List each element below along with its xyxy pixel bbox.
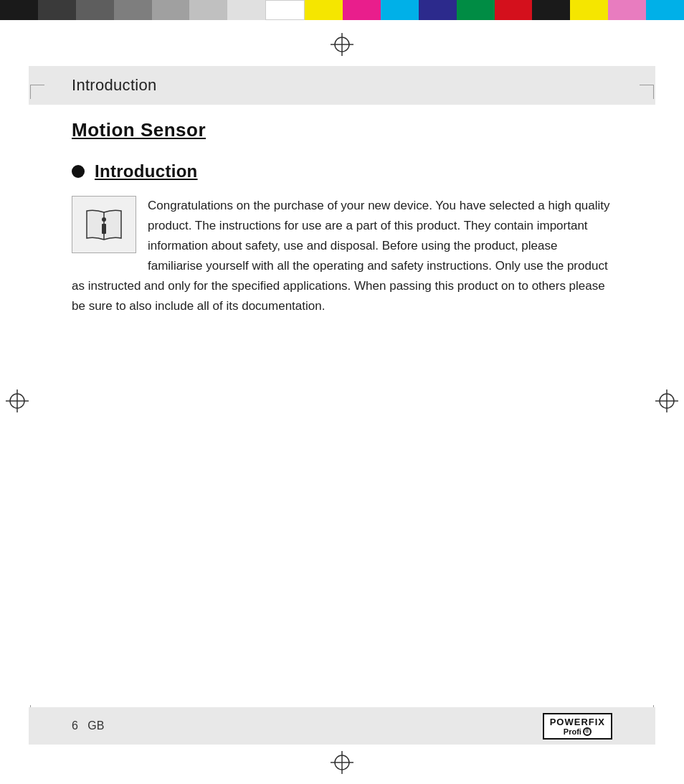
brand-logo: POWERFIX Profi ®: [543, 713, 612, 740]
swatch-yellow2: [570, 0, 608, 20]
swatch-6: [189, 0, 227, 20]
top-crosshair-icon: [331, 33, 353, 59]
swatch-black2: [532, 0, 570, 20]
swatch-8: [265, 0, 305, 20]
intro-paragraph: Congratulations on the purchase of your …: [72, 196, 612, 316]
swatch-4: [114, 0, 152, 20]
swatch-3: [76, 0, 114, 20]
section-header-text: Introduction: [72, 76, 157, 94]
swatch-green: [457, 0, 495, 20]
swatch-red: [495, 0, 533, 20]
swatch-yellow: [305, 0, 343, 20]
svg-rect-5: [102, 224, 106, 234]
bottom-crosshair-icon: [331, 751, 353, 777]
brand-profi-circle: ®: [583, 727, 592, 736]
swatch-7: [227, 0, 265, 20]
footer-bar: 6 GB POWERFIX Profi ®: [29, 707, 655, 745]
bottom-crosshair-area: [0, 751, 684, 777]
intro-content: Congratulations on the purchase of your …: [72, 196, 612, 316]
swatch-blue: [419, 0, 457, 20]
svg-point-4: [102, 217, 106, 222]
left-crosshair-icon: [6, 389, 29, 415]
section-header: Introduction: [29, 66, 655, 105]
main-body: Motion Sensor Introduction Congratulatio…: [29, 105, 655, 342]
corner-mark-tr: [640, 85, 654, 99]
swatch-1: [0, 0, 38, 20]
top-crosshair-area: [0, 20, 684, 66]
product-title: Motion Sensor: [72, 119, 612, 141]
intro-heading-row: Introduction: [72, 161, 612, 181]
corner-mark-tl: [30, 85, 44, 99]
brand-powerfix-text: POWERFIX: [550, 717, 605, 727]
color-bar: [0, 0, 684, 20]
swatch-cyan: [381, 0, 419, 20]
swatch-magenta: [343, 0, 381, 20]
brand-profi-text: Profi ®: [564, 727, 592, 736]
intro-heading-text: Introduction: [95, 161, 198, 181]
page-content: Introduction Motion Sensor Introduction: [0, 20, 684, 784]
bullet-circle-icon: [72, 165, 85, 178]
swatch-2: [38, 0, 76, 20]
swatch-5: [152, 0, 190, 20]
swatch-pink: [608, 0, 646, 20]
right-crosshair-icon: [655, 389, 678, 415]
footer-page-number: 6 GB: [72, 719, 104, 732]
book-icon: [72, 196, 136, 253]
swatch-cyan2: [646, 0, 684, 20]
